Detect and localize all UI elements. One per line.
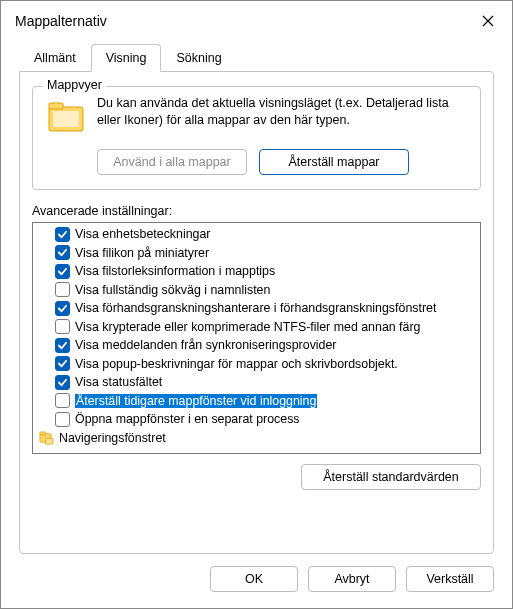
tab-search[interactable]: Sökning — [161, 44, 236, 72]
checkbox[interactable] — [55, 301, 70, 316]
checkbox[interactable] — [55, 319, 70, 334]
dialog-footer: OK Avbryt Verkställ — [1, 566, 512, 608]
list-item-label: Visa meddelanden från synkroniseringspro… — [75, 338, 337, 352]
checkbox[interactable] — [55, 282, 70, 297]
checkbox[interactable] — [55, 227, 70, 242]
tab-general[interactable]: Allmänt — [19, 44, 91, 72]
checkbox[interactable] — [55, 375, 70, 390]
list-item-label: Visa filstorleksinformation i mapptips — [75, 264, 275, 278]
checkbox[interactable] — [55, 264, 70, 279]
advanced-settings-list[interactable]: Visa enhetsbeteckningarVisa filikon på m… — [32, 222, 481, 454]
list-item-label: Visa förhandsgranskningshanterare i förh… — [75, 301, 436, 315]
folder-views-group: Mappvyer Du kan använda det aktuella vis… — [32, 86, 481, 190]
tab-view[interactable]: Visning — [91, 44, 162, 72]
view-tab-panel: Mappvyer Du kan använda det aktuella vis… — [19, 71, 494, 554]
svg-rect-2 — [53, 111, 79, 127]
list-item[interactable]: Visa statusfältet — [33, 373, 481, 392]
apply-to-all-folders-button[interactable]: Använd i alla mappar — [97, 149, 247, 175]
svg-rect-4 — [40, 432, 46, 435]
close-icon — [482, 15, 494, 27]
list-item[interactable]: Visa popup-beskrivningar för mappar och … — [33, 355, 481, 374]
list-item[interactable]: Visa krypterade eller komprimerade NTFS-… — [33, 318, 481, 337]
list-item-label: Visa filikon på miniatyrer — [75, 246, 209, 260]
list-item[interactable]: Öppna mappfönster i en separat process — [33, 410, 481, 429]
checkbox[interactable] — [55, 245, 70, 260]
list-item-label: Visa enhetsbeteckningar — [75, 227, 210, 241]
advanced-settings-label: Avancerade inställningar: — [32, 204, 481, 218]
folder-views-icon — [45, 97, 87, 139]
list-item-label: Visa statusfältet — [75, 375, 162, 389]
list-item-label: Visa popup-beskrivningar för mappar och … — [75, 357, 398, 371]
reset-folders-button[interactable]: Återställ mappar — [259, 149, 409, 175]
titlebar: Mappalternativ — [1, 1, 512, 43]
list-item-label: Återställ tidigare mappfönster vid inlog… — [75, 394, 317, 408]
list-item[interactable]: Visa filikon på miniatyrer — [33, 244, 481, 263]
list-item-folder[interactable]: Navigeringsfönstret — [33, 429, 481, 448]
list-item[interactable]: Visa meddelanden från synkroniseringspro… — [33, 336, 481, 355]
list-item[interactable]: Återställ tidigare mappfönster vid inlog… — [33, 392, 481, 411]
folder-views-legend: Mappvyer — [43, 78, 106, 92]
apply-button[interactable]: Verkställ — [406, 566, 494, 592]
tab-strip: Allmänt Visning Sökning — [1, 43, 512, 71]
svg-rect-5 — [46, 439, 54, 445]
folder-tree-icon — [39, 430, 54, 445]
list-item[interactable]: Visa förhandsgranskningshanterare i förh… — [33, 299, 481, 318]
close-button[interactable] — [472, 9, 504, 33]
cancel-button[interactable]: Avbryt — [308, 566, 396, 592]
list-item-label: Öppna mappfönster i en separat process — [75, 412, 300, 426]
dialog-title: Mappalternativ — [15, 13, 107, 29]
ok-button[interactable]: OK — [210, 566, 298, 592]
svg-rect-1 — [49, 103, 63, 109]
list-item-label: Navigeringsfönstret — [59, 431, 166, 445]
checkbox[interactable] — [55, 338, 70, 353]
list-item-label: Visa fullständig sökväg i namnlisten — [75, 283, 270, 297]
list-item[interactable]: Visa filstorleksinformation i mapptips — [33, 262, 481, 281]
list-item-label: Visa krypterade eller komprimerade NTFS-… — [75, 320, 420, 334]
checkbox[interactable] — [55, 393, 70, 408]
restore-defaults-button[interactable]: Återställ standardvärden — [301, 464, 481, 490]
checkbox[interactable] — [55, 356, 70, 371]
folder-views-description: Du kan använda det aktuella visningsläge… — [97, 95, 468, 139]
folder-options-dialog: Mappalternativ Allmänt Visning Sökning M… — [0, 0, 513, 609]
checkbox[interactable] — [55, 412, 70, 427]
list-item[interactable]: Visa fullständig sökväg i namnlisten — [33, 281, 481, 300]
list-item[interactable]: Visa enhetsbeteckningar — [33, 225, 481, 244]
